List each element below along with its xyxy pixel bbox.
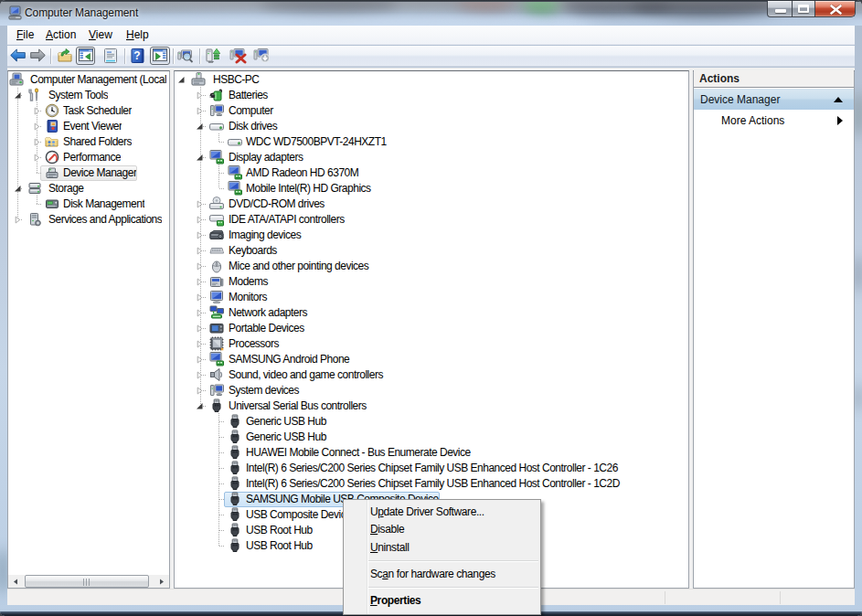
- svg-text:?: ?: [133, 49, 140, 62]
